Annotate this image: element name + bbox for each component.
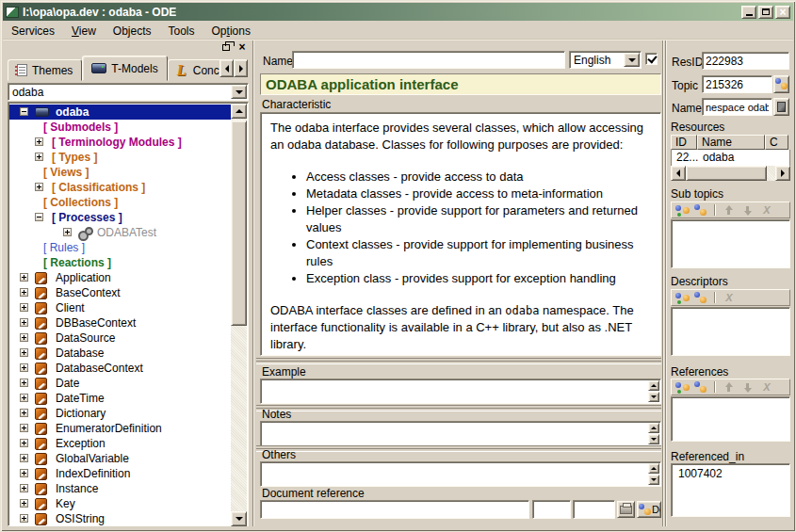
tree-item[interactable]: DatabaseContext — [9, 361, 233, 376]
resources-scrollbar-thumb[interactable] — [686, 166, 767, 181]
close-button[interactable]: × — [775, 6, 790, 19]
others-scroll-up-button[interactable] — [648, 463, 659, 474]
others-scroll-down-button[interactable] — [648, 475, 659, 485]
tab-t-models[interactable]: T-Models — [82, 56, 167, 81]
document-reference-input-3[interactable] — [573, 500, 615, 519]
tree-item[interactable]: GlobalVariable — [9, 451, 233, 466]
tree-item[interactable]: OSIString — [9, 511, 233, 526]
expander-plus-icon[interactable] — [20, 379, 28, 387]
tree-item[interactable]: [ Processes ] — [9, 210, 233, 225]
close-panel-button[interactable]: × — [236, 41, 249, 53]
tree-item[interactable]: [ Types ] — [9, 150, 233, 165]
references-list[interactable] — [671, 396, 790, 442]
tree-item[interactable]: Database — [9, 346, 233, 361]
topic-input[interactable] — [702, 75, 772, 93]
tree-item[interactable]: [ Submodels ] — [9, 120, 233, 135]
expander-plus-icon[interactable] — [20, 318, 28, 327]
expander-minus-icon[interactable] — [20, 107, 28, 116]
tab-scroll-right-button[interactable] — [234, 59, 248, 77]
tree-item[interactable]: [ Collections ] — [9, 195, 233, 210]
tree-item[interactable]: Exception — [9, 436, 233, 451]
resources-column-header[interactable]: C — [765, 135, 788, 150]
expander-plus-icon[interactable] — [20, 394, 28, 402]
tree-item[interactable]: Client — [9, 300, 233, 315]
tree-item[interactable]: BaseContext — [9, 285, 233, 300]
referenced-in-list[interactable]: 1007402 — [671, 463, 790, 517]
scroll-up-button[interactable] — [231, 104, 247, 119]
tree-item[interactable]: DBBaseContext — [9, 315, 233, 330]
tree-filter-combobox[interactable]: odaba — [8, 83, 249, 101]
tree-item[interactable]: [ Views ] — [9, 165, 233, 180]
tree-item[interactable]: [ Rules ] — [9, 240, 233, 255]
tree-item[interactable]: [ Terminology Modules ] — [9, 135, 233, 150]
tab-scroll-left-button[interactable] — [219, 59, 234, 77]
characteristic-editor[interactable]: The odaba interface provides several cla… — [260, 112, 661, 356]
notes-scroll-down-button[interactable] — [648, 434, 659, 444]
insert-button[interactable] — [674, 291, 690, 304]
expander-plus-icon[interactable] — [20, 484, 28, 492]
tree-item[interactable]: [ Classifications ] — [9, 180, 233, 195]
expander-plus-icon[interactable] — [35, 183, 43, 191]
link-button[interactable] — [693, 380, 708, 394]
minimize-button[interactable] — [741, 6, 756, 19]
scroll-down-button[interactable] — [231, 511, 247, 526]
splitter-2[interactable] — [256, 405, 661, 410]
menu-item-objects[interactable]: Objects — [105, 24, 160, 39]
example-editor[interactable] — [260, 379, 661, 404]
delete-button[interactable] — [722, 291, 737, 304]
resources-column-header[interactable]: ID — [671, 135, 697, 150]
descriptors-list[interactable] — [671, 307, 790, 356]
language-checkbox[interactable] — [645, 53, 658, 65]
float-panel-button[interactable] — [219, 41, 233, 53]
expander-plus-icon[interactable] — [35, 137, 43, 146]
tree-item[interactable]: [ Reactions ] — [9, 255, 233, 270]
tree-scrollbar[interactable] — [231, 104, 247, 526]
expander-plus-icon[interactable] — [20, 499, 28, 508]
tree-item[interactable]: DateTime — [9, 391, 233, 406]
name-input[interactable] — [292, 51, 565, 69]
expander-plus-icon[interactable] — [20, 454, 28, 462]
expander-plus-icon[interactable] — [20, 514, 28, 523]
tree-item[interactable]: odaba — [9, 105, 233, 120]
insert-button[interactable] — [674, 203, 690, 217]
expander-plus-icon[interactable] — [20, 333, 28, 342]
resources-scroll-left-button[interactable] — [671, 166, 686, 181]
resources-column-header[interactable]: Name — [697, 135, 765, 150]
tree-item[interactable]: Dictionary — [9, 406, 233, 421]
link-button[interactable] — [693, 291, 708, 304]
move-down-button[interactable] — [740, 203, 755, 217]
splitter-3[interactable] — [256, 445, 661, 450]
resources-scrollbar[interactable] — [671, 166, 790, 181]
move-up-button[interactable] — [722, 203, 737, 217]
resources-table-row[interactable]: 22...odaba — [671, 150, 790, 166]
example-scroll-up-button[interactable] — [648, 380, 659, 391]
tree-item[interactable]: ODABATest — [9, 225, 233, 240]
expander-plus-icon[interactable] — [35, 153, 43, 161]
tree-item[interactable]: DataSource — [9, 330, 233, 346]
menu-item-options[interactable]: Options — [203, 24, 259, 39]
example-scroll-down-button[interactable] — [648, 392, 659, 402]
expander-plus-icon[interactable] — [20, 363, 28, 372]
document-reference-input[interactable] — [260, 500, 529, 519]
maximize-button[interactable] — [758, 6, 773, 19]
expander-plus-icon[interactable] — [20, 273, 28, 282]
sub-topics-list[interactable] — [671, 219, 790, 268]
others-editor[interactable] — [260, 461, 661, 487]
topic-name-input[interactable] — [702, 98, 772, 116]
title-bar[interactable]: I:\opa\opa.dev : odaba - ODE × — [3, 3, 793, 21]
expander-plus-icon[interactable] — [20, 424, 28, 432]
resid-input[interactable] — [702, 52, 789, 70]
expander-plus-icon[interactable] — [20, 303, 28, 312]
tree-filter-dropdown-button[interactable] — [231, 85, 247, 99]
delete-reference-button[interactable]: Del — [637, 501, 661, 518]
topic-name-button[interactable] — [773, 98, 789, 116]
language-select[interactable]: English — [569, 51, 642, 69]
language-dropdown-button[interactable] — [624, 53, 640, 67]
document-reference-input-2[interactable] — [532, 500, 571, 519]
expander-plus-icon[interactable] — [20, 409, 28, 417]
scrollbar-thumb[interactable] — [231, 121, 247, 326]
menu-item-view[interactable]: View — [63, 24, 105, 39]
expander-plus-icon[interactable] — [20, 439, 28, 447]
expander-plus-icon[interactable] — [20, 469, 28, 477]
menu-item-services[interactable]: Services — [3, 24, 63, 39]
